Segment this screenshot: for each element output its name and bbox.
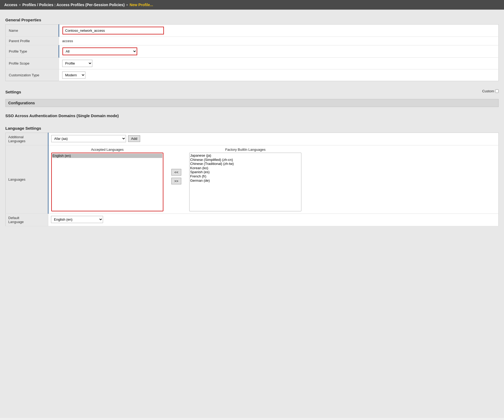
breadcrumb-sep-2: » <box>126 3 128 7</box>
factory-languages-listbox[interactable]: Japanese (ja) Chinese (Simplified) (zh-c… <box>189 153 301 211</box>
general-properties-title: General Properties <box>5 18 499 22</box>
table-row: AdditionalLanguages Afar (aa) Abkhazian … <box>6 133 499 145</box>
table-row: Parent Profile access <box>6 37 499 45</box>
customization-type-select[interactable]: Modern Standard <box>62 72 85 79</box>
additional-languages-label: AdditionalLanguages <box>6 133 48 145</box>
name-label: Name <box>6 25 59 37</box>
custom-area: Custom <box>482 89 499 93</box>
profile-type-value-cell: All LTM-APM SSL-VPN SWG-Explicit SWG-Tra… <box>59 45 499 58</box>
settings-row: Settings Custom <box>5 84 499 97</box>
settings-title: Settings <box>5 90 21 94</box>
breadcrumb-bar: Access » Profiles / Policies : Access Pr… <box>0 0 504 10</box>
transfer-left-button[interactable]: << <box>171 169 181 176</box>
add-lang-row: Afar (aa) Abkhazian (ab) Avestan (ae) Af… <box>51 135 496 142</box>
accepted-languages-listbox[interactable]: English (en) <box>51 153 163 211</box>
general-properties-table: Name Parent Profile access Profile Type … <box>5 24 499 81</box>
breadcrumb-profiles[interactable]: Profiles / Policies : Access Profiles (P… <box>22 3 125 7</box>
languages-cell: Accepted Languages English (en) << >> <box>48 145 499 214</box>
custom-checkbox[interactable] <box>495 89 499 93</box>
default-lang-row: English (en) Japanese (ja) Chinese (Simp… <box>51 216 496 223</box>
factory-languages-label: Factory BuiltIn Languages <box>225 148 266 152</box>
default-language-label: DefaultLanguage <box>6 214 48 226</box>
add-language-button[interactable]: Add <box>128 135 140 142</box>
profile-type-select[interactable]: All LTM-APM SSL-VPN SWG-Explicit SWG-Tra… <box>62 47 137 55</box>
customization-type-label: Customization Type <box>6 69 59 81</box>
default-language-cell: English (en) Japanese (ja) Chinese (Simp… <box>48 214 499 226</box>
breadcrumb-new-profile: New Profile... <box>130 3 153 7</box>
factory-languages-wrapper: Factory BuiltIn Languages Japanese (ja) … <box>189 148 301 211</box>
parent-profile-label: Parent Profile <box>6 37 59 45</box>
table-row: DefaultLanguage English (en) Japanese (j… <box>6 214 499 226</box>
lang-boxes: Accepted Languages English (en) << >> <box>51 148 496 211</box>
profile-scope-label: Profile Scope <box>6 58 59 69</box>
custom-label: Custom <box>482 89 494 93</box>
breadcrumb-access[interactable]: Access <box>4 3 17 7</box>
languages-label: Languages <box>6 145 48 214</box>
factory-listbox-area: Japanese (ja) Chinese (Simplified) (zh-c… <box>189 153 301 211</box>
transfer-buttons: << >> <box>171 148 181 184</box>
breadcrumb-sep-1: » <box>19 3 21 7</box>
table-row: Customization Type Modern Standard <box>6 69 499 81</box>
transfer-right-button[interactable]: >> <box>171 178 181 184</box>
sso-title: SSO Across Authentication Domains (Singl… <box>5 113 499 118</box>
accepted-listbox-area: English (en) <box>51 153 163 211</box>
table-row: Name <box>6 25 499 37</box>
additional-languages-cell: Afar (aa) Abkhazian (ab) Avestan (ae) Af… <box>48 133 499 145</box>
table-row: Languages Accepted Languages English (en… <box>6 145 499 214</box>
table-row: Profile Scope Profile Virtual Server Nam… <box>6 58 499 69</box>
profile-scope-value-cell: Profile Virtual Server Named <box>59 58 499 69</box>
table-row: Profile Type All LTM-APM SSL-VPN SWG-Exp… <box>6 45 499 58</box>
additional-lang-select[interactable]: Afar (aa) Abkhazian (ab) Avestan (ae) Af… <box>51 135 126 142</box>
profile-scope-select[interactable]: Profile Virtual Server Named <box>62 60 92 67</box>
name-value-cell <box>59 25 499 37</box>
profile-type-label: Profile Type <box>6 45 59 58</box>
accepted-languages-wrapper: Accepted Languages English (en) <box>51 148 163 211</box>
accepted-languages-label: Accepted Languages <box>91 148 124 152</box>
customization-type-value-cell: Modern Standard <box>59 69 499 81</box>
configurations-bar: Configurations <box>5 99 499 107</box>
language-settings-title: Language Settings <box>5 126 499 130</box>
parent-profile-text: access <box>62 39 73 43</box>
parent-profile-value: access <box>59 37 499 45</box>
language-settings-table: AdditionalLanguages Afar (aa) Abkhazian … <box>5 133 499 226</box>
default-language-select[interactable]: English (en) Japanese (ja) Chinese (Simp… <box>51 216 103 223</box>
name-input[interactable] <box>62 27 164 34</box>
